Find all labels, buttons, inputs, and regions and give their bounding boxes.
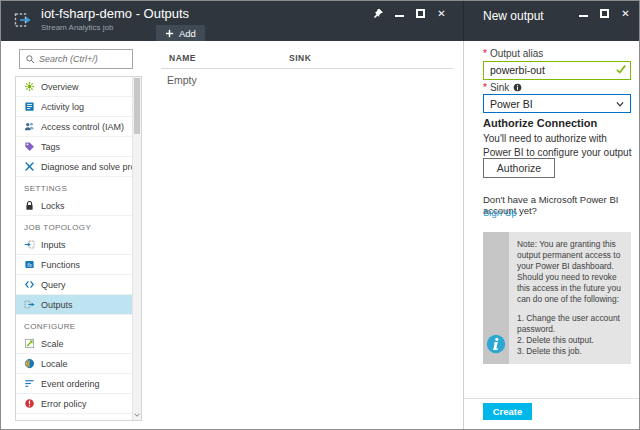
sink-label: *Sink (483, 82, 522, 93)
sidebar-item-inputs[interactable]: Inputs (16, 235, 141, 255)
sidebar-item-label: Functions (41, 260, 80, 270)
panel-title: New output (483, 9, 544, 23)
search-input[interactable] (39, 54, 127, 64)
sink-info-icon[interactable] (513, 83, 522, 92)
sidebar-item-label: Inputs (41, 240, 66, 250)
sink-selected-value: Power BI (490, 98, 533, 110)
scroll-down-icon[interactable] (133, 409, 141, 420)
query-icon (24, 279, 35, 290)
activity-log-icon (24, 101, 35, 112)
outputs-icon (24, 299, 35, 310)
scale-icon (24, 338, 35, 349)
sidebar-item-label: Locale (41, 359, 68, 369)
sidebar-item-tags[interactable]: Tags (16, 137, 141, 157)
azure-portal-window: iot-fsharp-demo - Outputs Stream Analyti… (0, 0, 640, 430)
sidebar-group-header: JOB TOPOLOGY (16, 216, 141, 235)
sidebar-item-label: Locks (41, 201, 65, 211)
chevron-down-icon (615, 99, 625, 109)
close-icon[interactable] (436, 8, 447, 19)
sidebar-item-overview[interactable]: Overview (16, 77, 141, 97)
pin-icon[interactable] (373, 8, 384, 19)
sidebar-item-label: Outputs (41, 300, 73, 310)
authorize-button[interactable]: Authorize (483, 158, 555, 178)
search-icon (25, 54, 35, 64)
sidebar-item-label: Error policy (41, 399, 87, 409)
access-control-icon (24, 121, 35, 132)
outputs-table-header: NAMESINK (149, 53, 463, 67)
sidebar-item-locks[interactable]: Locks (16, 196, 141, 216)
output-alias-label: *Output alias (483, 48, 543, 59)
overview-icon (24, 81, 35, 92)
sidebar-item-label: Activity log (41, 102, 84, 112)
lock-icon (24, 200, 35, 211)
add-button-label: Add (179, 28, 196, 39)
create-button[interactable]: Create (483, 403, 532, 420)
functions-icon: fx (24, 259, 35, 270)
locale-icon (24, 358, 35, 369)
required-asterisk: * (483, 48, 487, 59)
sidebar-item-locale[interactable]: Locale (16, 354, 141, 374)
tags-icon (24, 141, 35, 152)
output-alias-input[interactable] (483, 61, 631, 80)
authorize-connection-heading: Authorize Connection (483, 117, 597, 129)
required-asterisk: * (483, 82, 487, 93)
error-policy-icon (24, 398, 35, 409)
note-list-item: 3. Delete this job. (517, 346, 625, 357)
sink-select[interactable]: Power BI (483, 94, 631, 113)
maximize-icon[interactable] (415, 8, 426, 19)
sidebar-scrollbar[interactable] (132, 77, 141, 420)
sidebar-group-header: SETTINGS (16, 177, 141, 196)
panel-close-icon[interactable] (620, 8, 631, 19)
column-header-sink: SINK (289, 53, 311, 63)
sidebar-item-activity-log[interactable]: Activity log (16, 97, 141, 117)
sidebar-item-outputs[interactable]: Outputs (16, 295, 141, 315)
footer-divider (464, 398, 640, 399)
sidebar-item-label: Scale (41, 339, 64, 349)
blade-header: iot-fsharp-demo - Outputs Stream Analyti… (1, 1, 463, 41)
note-box: Note: You are granting this output perma… (483, 232, 631, 364)
sidebar-item-error-policy[interactable]: Error policy (16, 394, 141, 414)
minimize-icon[interactable] (394, 8, 405, 19)
outputs-blade-icon (14, 11, 32, 29)
new-output-form: *Output alias *Sink Power BI Authorize C… (463, 41, 640, 430)
sidebar-item-label: Event ordering (41, 379, 100, 389)
note-text: Note: You are granting this output perma… (517, 239, 625, 305)
sidebar-item-label: Access control (IAM) (41, 122, 124, 132)
blade-subtitle: Stream Analytics job (41, 23, 113, 32)
sidebar-item-label: Query (41, 280, 66, 290)
sidebar-item-label: Diagnose and solve problems (41, 162, 142, 172)
sidebar-search-box[interactable] (19, 49, 133, 69)
sidebar: OverviewActivity logAccess control (IAM)… (1, 41, 149, 430)
blade-title: iot-fsharp-demo - Outputs (41, 6, 189, 21)
valid-checkmark-icon (615, 63, 627, 75)
add-output-button[interactable]: Add (156, 25, 205, 41)
sidebar-item-query[interactable]: Query (16, 275, 141, 295)
svg-text:fx: fx (27, 262, 32, 268)
inputs-icon (24, 239, 35, 250)
sidebar-item-label: Tags (41, 142, 60, 152)
diagnose-icon (24, 161, 35, 172)
add-icon (165, 29, 174, 38)
event-ordering-icon (24, 378, 35, 389)
sidebar-menu-container: OverviewActivity logAccess control (IAM)… (15, 76, 142, 421)
column-header-name: NAME (169, 53, 196, 63)
new-output-panel-header: New output (463, 1, 640, 41)
note-icon-strip (483, 232, 509, 364)
note-list: 1. Change the user account password.2. D… (517, 313, 625, 357)
sidebar-item-diagnose-and-solve-problems[interactable]: Diagnose and solve problems (16, 157, 141, 177)
sidebar-item-functions[interactable]: fxFunctions (16, 255, 141, 275)
panel-maximize-icon[interactable] (599, 8, 610, 19)
sidebar-item-access-control-iam[interactable]: Access control (IAM) (16, 117, 141, 137)
sidebar-group-header: CONFIGURE (16, 315, 141, 334)
sidebar-menu: OverviewActivity logAccess control (IAM)… (16, 77, 141, 414)
sidebar-item-event-ordering[interactable]: Event ordering (16, 374, 141, 394)
outputs-list-panel: NAMESINK Empty (149, 41, 463, 430)
empty-list-text: Empty (167, 74, 197, 86)
signup-link[interactable]: Sign Up (483, 207, 517, 218)
scrollbar-thumb[interactable] (134, 78, 140, 134)
info-icon (486, 334, 506, 354)
note-list-item: 2. Delete this output. (517, 335, 625, 346)
panel-minimize-icon[interactable] (578, 8, 589, 19)
sidebar-item-label: Overview (41, 82, 79, 92)
sidebar-item-scale[interactable]: Scale (16, 334, 141, 354)
